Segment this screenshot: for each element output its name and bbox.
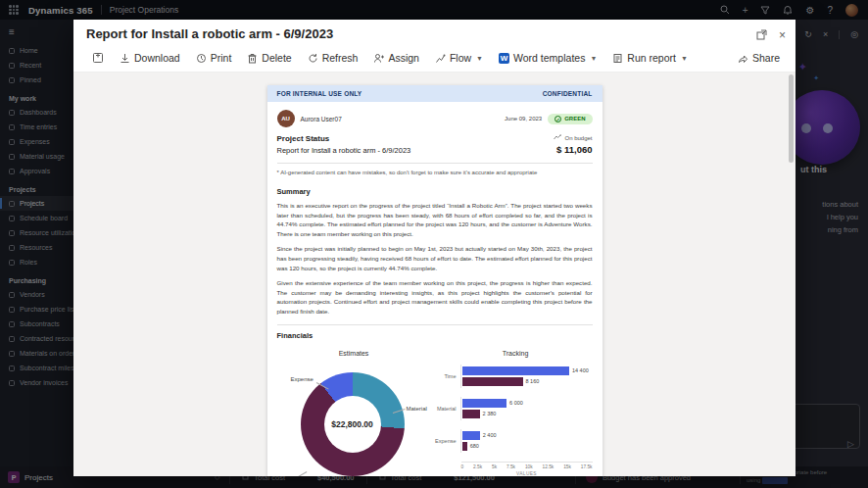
button-label: Refresh [322,52,359,64]
popout-icon[interactable] [756,26,767,44]
summary-paragraph: Given the extensive experience of the te… [267,275,603,318]
button-label: Flow [450,52,471,64]
open-in-new-window-button[interactable] [86,50,110,66]
refresh-button[interactable]: Refresh [302,50,364,66]
close-icon[interactable]: × [779,28,786,42]
chevron-down-icon: ▼ [681,55,688,62]
run-report-button[interactable]: Run report▼ [606,50,694,66]
financials-charts: Estimates $22,800.00 Expense Material Ti… [267,342,603,476]
chevron-down-icon: ▼ [476,55,483,62]
button-label: Delete [262,52,291,64]
button-label: Share [752,52,780,64]
scrollbar-thumb[interactable] [789,74,794,163]
report-dialog: Report for Install a robotic arm - 6/9/2… [73,20,796,476]
report-date: June 09, 2023 [505,116,542,122]
word-templates-button[interactable]: WWord templates▼ [493,50,603,66]
budget-amount: $ 11,060 [554,144,592,155]
bar-value: 2 400 [483,432,497,438]
bar-value: 680 [470,443,479,449]
chart-title: Estimates [273,346,435,359]
delete-button[interactable]: Delete [241,50,297,66]
bar-group-material: Material 6 000 2 380 [435,397,593,420]
word-icon: W [499,53,509,64]
download-button[interactable]: Download [114,50,186,66]
button-label: Download [134,52,180,64]
x-axis-label: VALUES [461,469,593,476]
category-label: Time [435,373,460,379]
report-preview-area: FOR INTERNAL USE ONLY CONFIDENTIAL AU Au… [73,73,796,476]
check-icon: ✓ [555,116,561,122]
summary-paragraph: This is an executive report on the progr… [267,198,603,241]
dialog-title: Report for Install a robotic arm - 6/9/2… [86,26,333,41]
bar-value: 2 380 [483,411,497,416]
bar-material-forecast [462,399,507,408]
author-avatar: AU [277,110,295,127]
bar-time-forecast [462,366,569,375]
callout-line [294,471,307,476]
ai-disclaimer: * AI-generated content can have mistakes… [267,164,603,181]
bar-time-actual [462,377,523,386]
report-section-title: Project Status [277,134,411,143]
classification-left: FOR INTERNAL USE ONLY [277,90,362,97]
category-label: Expense [435,438,460,444]
flow-button[interactable]: Flow▼ [429,50,489,66]
dialog-toolbar: Download Print Delete Refresh Assign Flo… [73,46,796,73]
report-subtitle: Report for Install a robotic arm - 6/9/2… [277,146,411,155]
bar-value: 8 160 [526,378,540,384]
report-document: FOR INTERNAL USE ONLY CONFIDENTIAL AU Au… [267,85,603,476]
button-label: Print [211,52,232,64]
button-label: Word templates [513,52,585,64]
tracking-bar-chart: Tracking Time 14 400 8 160 Material [435,346,597,476]
share-button[interactable]: Share [732,50,786,66]
classification-right: CONFIDENTIAL [543,90,593,97]
bar-value: 14 400 [572,367,589,373]
chevron-down-icon: ▼ [590,55,597,62]
badge-label: GREEN [564,116,585,122]
scrollbar[interactable] [789,74,795,474]
slice-label-material: Material [407,406,427,412]
bar-group-expense: Expense 2 400 680 [435,429,593,453]
donut-center-label: $22,800.00 [331,419,373,429]
slice-label-expense: Expense [291,376,313,382]
estimates-donut-chart: Estimates $22,800.00 Expense Material Ti… [273,346,435,476]
button-label: Assign [388,52,419,64]
budget-status: On budget [564,135,592,141]
author-name: Aurora User07 [301,116,342,122]
bar-material-actual [462,410,480,418]
summary-paragraph: Since the project was initially planned … [267,241,603,275]
button-label: Run report [627,52,676,64]
bar-group-time: Time 14 400 8 160 [435,365,593,388]
x-axis-ticks: 02.5k5k7.5k10k12.5k15k17.5k [461,462,593,469]
bar-expense-actual [462,442,467,451]
bar-expense-forecast [462,431,480,440]
bar-value: 6 000 [509,400,523,406]
print-button[interactable]: Print [190,50,238,66]
category-label: Material [435,406,460,412]
trend-icon [554,134,561,141]
status-badge: ✓GREEN [548,114,592,124]
financials-heading: Financials [267,325,603,342]
assign-button[interactable]: Assign [367,50,425,66]
summary-heading: Summary [267,181,603,198]
chart-title: Tracking [435,346,597,359]
